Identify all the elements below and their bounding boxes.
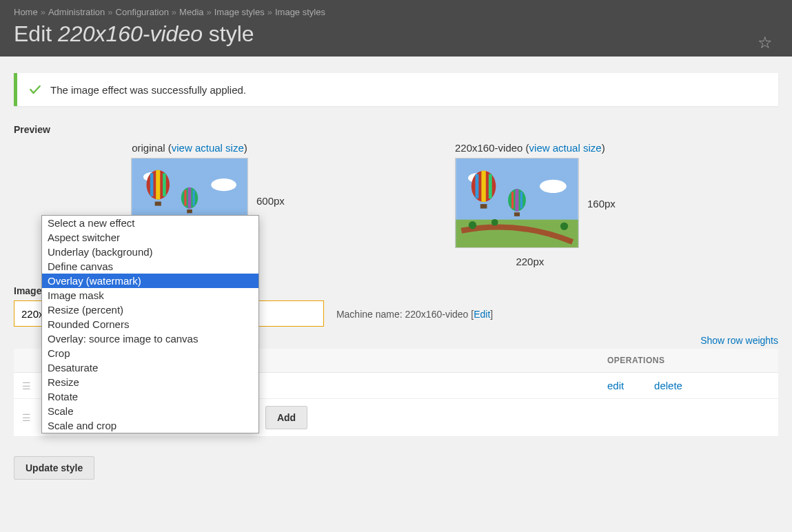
effect-dropdown-listbox[interactable]: Select a new effectAspect switcherUnderl… [41,215,259,433]
drag-handle-icon[interactable]: ☰ [14,373,39,399]
delete-link[interactable]: delete [654,380,682,391]
status-text: The image effect was successfully applie… [50,84,246,96]
svg-point-20 [491,219,498,226]
star-icon[interactable]: ☆ [758,33,773,52]
breadcrumb-item[interactable]: Image styles [214,7,265,17]
styled-label: 220x160-video [455,142,522,154]
svg-rect-16 [480,204,487,208]
col-operations: OPERATIONS [599,349,778,373]
dropdown-option[interactable]: Overlay: source image to canvas [42,331,258,346]
breadcrumb: Home»Administration»Configuration»Media»… [14,7,778,17]
svg-point-13 [540,180,567,193]
breadcrumb-separator: » [108,7,112,17]
update-style-button[interactable]: Update style [14,456,94,480]
drag-handle-icon[interactable]: ☰ [14,399,39,437]
preview-styled: 220x160-video (view actual size) [455,142,605,267]
page-title: Edit 220x160-video style [14,21,778,47]
page-header: Home»Administration»Configuration»Media»… [0,0,792,57]
dropdown-option[interactable]: Crop [42,346,258,360]
svg-point-19 [469,221,476,229]
breadcrumb-item[interactable]: Image styles [275,7,325,17]
original-view-link[interactable]: view actual size [172,142,244,154]
breadcrumb-separator: » [172,7,176,17]
breadcrumb-separator: » [207,7,212,17]
dropdown-option[interactable]: Rounded Corners [42,317,258,331]
machine-name-edit-link[interactable]: Edit [474,309,490,320]
svg-rect-5 [155,202,161,206]
dropdown-option[interactable]: Overlay (watermark) [42,274,258,288]
breadcrumb-separator: » [267,7,272,17]
dropdown-option[interactable]: Resize (percent) [42,303,258,317]
dropdown-option[interactable]: Desaturate [42,360,258,375]
show-row-weights-link[interactable]: Show row weights [700,335,778,346]
svg-rect-7 [187,209,192,213]
dropdown-option[interactable]: Define canvas [42,259,258,274]
breadcrumb-item[interactable]: Configuration [116,7,169,17]
breadcrumb-item[interactable]: Home [14,7,38,17]
original-height-label: 600px [256,195,285,207]
dropdown-option[interactable]: Resize [42,375,258,389]
dropdown-option[interactable]: Scale and crop [42,418,258,433]
dropdown-option[interactable]: Select a new effect [42,216,258,230]
styled-preview-image [455,158,579,248]
add-button[interactable]: Add [265,406,307,429]
dropdown-option[interactable]: Image mask [42,288,258,303]
breadcrumb-separator: » [41,7,45,17]
dropdown-option[interactable]: Scale [42,404,258,418]
styled-view-link[interactable]: view actual size [529,142,602,154]
edit-link[interactable]: edit [607,380,624,391]
styled-width-label: 220px [455,256,605,267]
dropdown-option[interactable]: Underlay (background) [42,245,258,259]
breadcrumb-item[interactable]: Administration [48,7,105,17]
status-message: The image effect was successfully applie… [14,73,778,106]
svg-point-2 [211,178,236,191]
dropdown-option[interactable]: Rotate [42,389,258,404]
svg-point-21 [560,223,568,230]
check-icon [28,83,42,96]
styled-height-label: 160px [587,197,616,209]
machine-name: Machine name: 220x160-video [Edit] [336,309,493,320]
preview-label: Preview [14,124,778,135]
original-label: original [132,142,165,154]
svg-rect-18 [514,212,520,216]
dropdown-option[interactable]: Aspect switcher [42,230,258,245]
breadcrumb-item[interactable]: Media [179,7,203,17]
